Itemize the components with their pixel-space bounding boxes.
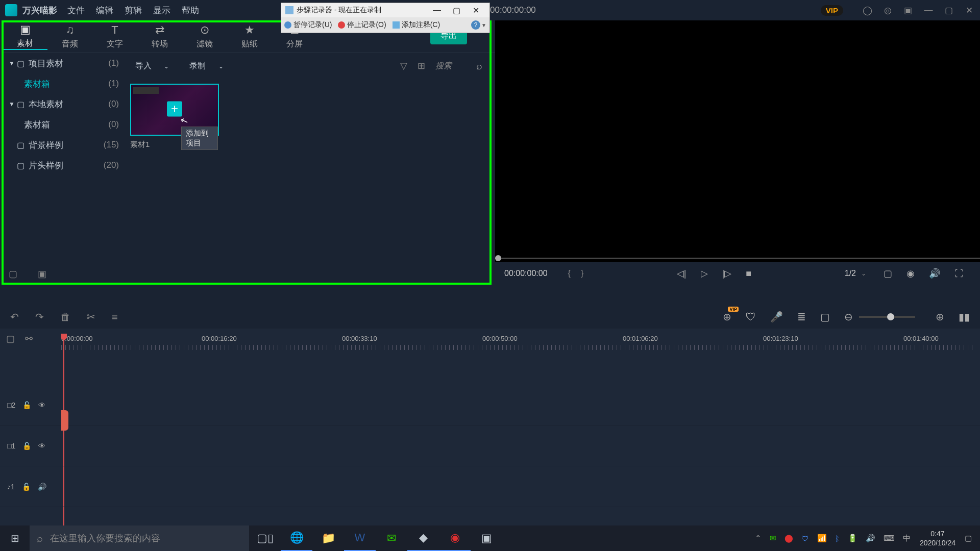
fullscreen-icon[interactable]: ⛶ [954, 268, 964, 279]
fit-button[interactable]: ▮▮ [959, 311, 970, 323]
wechat-icon[interactable]: ✉ [376, 525, 407, 551]
taskbar-search[interactable]: ⌕ 在这里输入你要搜索的内容 [30, 525, 249, 551]
menu-view[interactable]: 显示 [153, 5, 170, 16]
tray-wifi-icon[interactable]: 📶 [817, 534, 827, 543]
volume-icon[interactable]: 🔊 [929, 268, 940, 279]
timeline-header-icon[interactable]: ▢ [6, 333, 15, 344]
recorder-pause-button[interactable]: 暂停记录(U) [284, 20, 332, 30]
new-folder-icon[interactable]: ▢ [9, 268, 17, 280]
new-bin-icon[interactable]: ▣ [38, 268, 46, 280]
lock-icon[interactable]: 🔓 [22, 401, 31, 409]
recorder-note-button[interactable]: 添加注释(C) [393, 20, 440, 30]
media-item[interactable]: + ↖ 添加到项目 素材1 [130, 84, 219, 149]
track-icon[interactable]: ♪1 [7, 483, 15, 491]
timeline-ruler[interactable]: 0:00:00:00 00:00:16:20 00:00:33:10 00:00… [61, 335, 974, 350]
taskbar-clock[interactable]: 0:47 2020/10/24 [920, 529, 955, 547]
search-input[interactable]: 搜索 [435, 61, 476, 71]
feedback-icon[interactable]: ◎ [882, 5, 893, 16]
netease-icon[interactable]: ◉ [439, 525, 471, 551]
cut-button[interactable]: ✂ [87, 311, 95, 323]
recorder-stop-button[interactable]: 停止记录(O) [338, 20, 386, 30]
list-icon[interactable]: ≣ [797, 311, 806, 323]
track-icon[interactable]: □1 [7, 442, 15, 450]
recorder-maximize-icon[interactable]: ▢ [447, 6, 466, 15]
tray-security-icon[interactable]: ⬤ [785, 534, 793, 543]
lock-icon[interactable]: 🔓 [22, 483, 31, 491]
zoom-in-button[interactable]: ⊕ [936, 311, 944, 323]
menu-file[interactable]: 文件 [67, 5, 85, 16]
tab-media[interactable]: ▣ 素材 [3, 23, 47, 50]
mic-icon[interactable]: 🎤 [770, 311, 783, 323]
menu-help[interactable]: 帮助 [182, 5, 199, 16]
sidebar-item-bin1[interactable]: 素材箱 (1) [3, 73, 125, 94]
tab-audio[interactable]: ♫ 音频 [47, 23, 92, 49]
video-track-2[interactable]: □2 🔓 👁 [0, 385, 980, 425]
sidebar-item-bg[interactable]: ▢ 背景样例 (15) [3, 135, 125, 155]
zoom-slider[interactable] [859, 316, 915, 318]
snapshot-icon[interactable]: ◉ [906, 268, 915, 279]
media-thumbnail[interactable]: + ↖ 添加到项目 [130, 84, 219, 136]
tray-volume-icon[interactable]: 🔊 [866, 534, 875, 543]
zoom-handle[interactable] [887, 313, 894, 320]
recorder-help-icon[interactable]: ? [471, 20, 480, 30]
display-mode-icon[interactable]: ▢ [884, 268, 892, 279]
import-dropdown[interactable]: 导入 ⌄ [135, 61, 169, 71]
eye-icon[interactable]: 👁 [38, 442, 45, 450]
play-button[interactable]: ▷ [701, 268, 708, 279]
save-icon[interactable]: ▣ [902, 5, 914, 16]
tray-shield-icon[interactable]: 🛡 [801, 534, 809, 543]
zoom-dropdown-icon[interactable]: ⌄ [861, 270, 866, 277]
tray-ime-icon[interactable]: 中 [903, 534, 911, 543]
zoom-out-button[interactable]: ⊖ [844, 311, 853, 323]
link-icon[interactable]: ⚯ [25, 333, 33, 344]
search-icon[interactable]: ⌕ [476, 60, 482, 72]
eye-icon[interactable]: 👁 [38, 401, 45, 409]
speaker-icon[interactable]: 🔊 [38, 483, 46, 491]
notifications-icon[interactable]: ▢ [965, 534, 972, 543]
settings-button[interactable]: ≡ [112, 311, 118, 323]
mark-in-button[interactable]: { [568, 269, 571, 278]
tray-keyboard-icon[interactable]: ⌨ [884, 534, 895, 543]
start-button[interactable]: ⊞ [0, 525, 30, 551]
next-frame-button[interactable]: |▷ [722, 268, 732, 279]
audio-track-1[interactable]: ♪1 🔓 🔊 [0, 466, 980, 507]
crop-icon[interactable]: ▢ [820, 311, 830, 323]
ai-button[interactable]: ⊕VIP [723, 311, 731, 323]
recorder-dropdown-icon[interactable]: ▼ [481, 22, 486, 28]
recorder-titlebar[interactable]: 步骤记录器 - 现在正在录制 — ▢ ✕ [281, 3, 489, 17]
tab-transition[interactable]: ⇄ 转场 [137, 23, 182, 49]
tab-sticker[interactable]: ★ 贴纸 [227, 23, 272, 49]
tab-filter[interactable]: ⊙ 滤镜 [182, 23, 227, 49]
lock-icon[interactable]: 🔓 [22, 442, 31, 450]
tray-expand-icon[interactable]: ⌃ [755, 534, 762, 543]
add-to-project-button[interactable]: + [167, 102, 182, 117]
stop-button[interactable]: ■ [746, 268, 751, 279]
prev-frame-button[interactable]: ◁| [677, 268, 687, 279]
recorder-minimize-icon[interactable]: — [427, 6, 447, 15]
sidebar-item-intro[interactable]: ▢ 片头样例 (20) [3, 155, 125, 176]
user-icon[interactable]: ◯ [862, 5, 873, 16]
minimize-icon[interactable]: — [923, 5, 934, 16]
undo-button[interactable]: ↶ [10, 311, 19, 323]
video-track-1[interactable]: □1 🔓 👁 [0, 425, 980, 466]
app-icon[interactable]: ▣ [471, 525, 502, 551]
task-view-icon[interactable]: ▢▯ [249, 525, 281, 551]
menu-clip[interactable]: 剪辑 [125, 5, 142, 16]
delete-button[interactable]: 🗑 [60, 311, 70, 323]
maximize-icon[interactable]: ▢ [943, 5, 954, 16]
word-icon[interactable]: W [344, 525, 376, 551]
clip-stub[interactable] [61, 410, 68, 431]
dingtalk-icon[interactable]: ◆ [407, 525, 439, 551]
tray-wechat-icon[interactable]: ✉ [770, 534, 776, 543]
shield-icon[interactable]: 🛡 [746, 311, 756, 323]
mark-out-button[interactable]: } [581, 269, 583, 278]
sidebar-item-project[interactable]: ▼ ▢ 项目素材 (1) [3, 53, 125, 73]
redo-button[interactable]: ↷ [35, 311, 44, 323]
preview-scrubber[interactable] [495, 258, 980, 259]
browser-icon[interactable]: 🌐 [281, 525, 312, 551]
scrubber-handle[interactable] [495, 255, 501, 261]
explorer-icon[interactable]: 📁 [312, 525, 344, 551]
filter-icon[interactable]: ▽ [400, 60, 407, 71]
tab-text[interactable]: T 文字 [92, 23, 137, 49]
recorder-close-icon[interactable]: ✕ [466, 6, 485, 15]
